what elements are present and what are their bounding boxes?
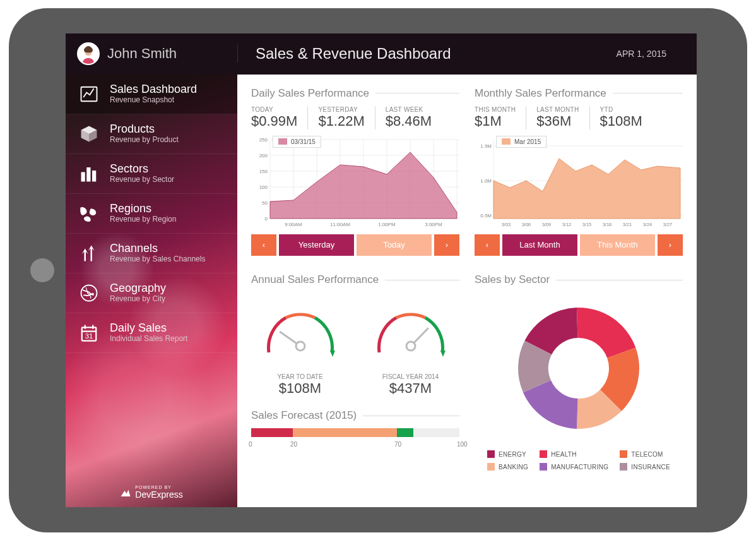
svg-text:0: 0 <box>265 216 268 222</box>
svg-text:3/21: 3/21 <box>623 222 632 227</box>
tablet-frame: John Smith Sales & Revenue Dashboard APR… <box>9 8 747 532</box>
monthly-lastmonth-button[interactable]: Last Month <box>502 234 577 256</box>
svg-text:3/03: 3/03 <box>502 222 511 227</box>
svg-text:1.5M: 1.5M <box>480 143 492 149</box>
sidebar-item-channels[interactable]: ChannelsRevenue by Sales Channels <box>66 234 237 273</box>
svg-text:150: 150 <box>259 169 268 174</box>
forecast-tick: 100 <box>457 441 468 448</box>
stat-today: TODAY$0.99M <box>251 106 307 129</box>
svg-rect-4 <box>92 171 96 182</box>
box-icon <box>78 123 100 145</box>
svg-text:1.0M: 1.0M <box>480 178 492 184</box>
monthly-chart-legend: Mar 2015 <box>496 136 546 148</box>
sidebar: Sales DashboardRevenue SnapshotProductsR… <box>66 75 237 507</box>
svg-rect-2 <box>81 172 85 181</box>
forecast-segment <box>397 428 413 437</box>
main-content: Daily Sales Performance TODAY$0.99MYESTE… <box>237 75 697 507</box>
svg-marker-53 <box>440 351 446 357</box>
svg-text:3/15: 3/15 <box>582 222 592 227</box>
daily-chart: 250200150 100500 9:00AM11:00AM 1:00PM3:0… <box>251 133 459 228</box>
svg-text:200: 200 <box>259 153 268 159</box>
arrows-up-icon <box>78 243 100 264</box>
chart-line-icon <box>78 83 100 105</box>
stat-last-month: LAST MONTH$36M <box>526 106 589 129</box>
forecast-tick: 70 <box>394 441 401 448</box>
svg-point-52 <box>296 342 305 351</box>
svg-text:0.5M: 0.5M <box>480 213 492 219</box>
sidebar-item-sales-dashboard[interactable]: Sales DashboardRevenue Snapshot <box>66 75 237 114</box>
annual-title: Annual Sales Performance <box>251 273 459 286</box>
forecast-segment <box>293 428 397 437</box>
sidebar-item-sub: Revenue by Sector <box>110 175 174 184</box>
buildings-icon <box>78 163 100 184</box>
legend-telecom: TELECOM <box>620 450 670 458</box>
sidebar-item-label: Regions <box>110 203 176 215</box>
stat-last-week: LAST WEEK$8.46M <box>375 106 442 129</box>
sidebar-item-sub: Revenue by Product <box>110 135 179 144</box>
daily-nav: ‹ Yesterday Today › <box>251 234 459 256</box>
legend-insurance: INSURANCE <box>620 463 670 471</box>
sector-donut <box>503 292 654 444</box>
svg-text:3/09: 3/09 <box>542 222 552 227</box>
daily-title: Daily Sales Performance <box>251 87 459 100</box>
daily-panel: Daily Sales Performance TODAY$0.99MYESTE… <box>251 87 459 261</box>
svg-text:50: 50 <box>262 200 268 206</box>
monthly-prev-button[interactable]: ‹ <box>475 234 500 256</box>
sidebar-item-label: Sales Dashboard <box>110 83 197 96</box>
sidebar-item-label: Products <box>110 123 179 136</box>
monthly-nav: ‹ Last Month This Month › <box>475 234 683 256</box>
tablet-home-button[interactable] <box>30 258 54 282</box>
sidebar-item-label: Geography <box>110 282 166 295</box>
forecast-tick: 0 <box>249 441 252 448</box>
daily-yesterday-button[interactable]: Yesterday <box>279 234 354 256</box>
daily-next-button[interactable]: › <box>434 234 459 256</box>
forecast-segment <box>251 428 293 437</box>
sector-panel: Sales by Sector ENERGYHEALTHTELECOMBANKI… <box>475 273 683 476</box>
sidebar-item-geography[interactable]: GeographyRevenue by City <box>66 273 237 313</box>
brand-name: DevExpress <box>135 489 182 500</box>
monthly-panel: Monthly Sales Performance THIS MONTH$1ML… <box>475 87 683 261</box>
sidebar-item-regions[interactable]: RegionsRevenue by Region <box>66 194 237 234</box>
forecast-bar <box>251 428 459 437</box>
daily-chart-legend: 03/31/15 <box>273 136 321 148</box>
stat-ytd: YTD$108M <box>589 106 653 129</box>
svg-text:3/24: 3/24 <box>643 222 653 227</box>
stat-this-month: THIS MONTH$1M <box>475 106 526 129</box>
svg-text:9:00AM: 9:00AM <box>285 222 302 227</box>
svg-marker-50 <box>330 351 335 357</box>
sidebar-item-products[interactable]: ProductsRevenue by Product <box>66 114 237 154</box>
legend-manufacturing: MANUFACTURING <box>540 463 608 471</box>
calendar-icon: 31 <box>78 322 100 344</box>
avatar <box>77 42 100 65</box>
monthly-next-button[interactable]: › <box>658 234 683 256</box>
gauge-year-to-date: YEAR TO DATE$108M <box>253 299 348 397</box>
sidebar-item-sectors[interactable]: SectorsRevenue by Sector <box>66 154 237 194</box>
sidebar-item-sub: Revenue by City <box>110 294 166 303</box>
globe-regions-icon <box>78 203 100 224</box>
svg-text:3:00PM: 3:00PM <box>425 222 442 227</box>
daily-today-button[interactable]: Today <box>357 234 432 256</box>
user-name: John Smith <box>107 45 177 62</box>
forecast-tick: 20 <box>290 441 297 448</box>
sidebar-item-daily-sales[interactable]: 31Daily SalesIndividual Sales Report <box>66 313 237 353</box>
svg-text:31: 31 <box>85 332 93 339</box>
sidebar-item-sub: Revenue by Sales Channels <box>110 255 205 263</box>
globe-icon <box>78 282 100 304</box>
sidebar-item-sub: Individual Sales Report <box>110 334 187 343</box>
svg-rect-3 <box>86 167 90 182</box>
header: John Smith Sales & Revenue Dashboard APR… <box>66 33 697 75</box>
user-block[interactable]: John Smith <box>66 42 237 65</box>
brand-badge: POWERED BYDevExpress <box>66 486 237 500</box>
page-title: Sales & Revenue Dashboard <box>256 45 451 63</box>
monthly-chart: 1.5M1.0M0.5M 3/033/063/09 3/123/153/18 3… <box>475 133 683 228</box>
app-screen: John Smith Sales & Revenue Dashboard APR… <box>66 33 697 507</box>
monthly-thismonth-button[interactable]: This Month <box>580 234 655 256</box>
svg-text:3/18: 3/18 <box>603 222 612 227</box>
legend-banking: BANKING <box>487 463 528 471</box>
svg-text:3/27: 3/27 <box>663 222 673 227</box>
daily-prev-button[interactable]: ‹ <box>251 234 276 256</box>
donut-slice-health <box>577 308 635 358</box>
sector-title: Sales by Sector <box>475 273 683 286</box>
sidebar-item-label: Channels <box>110 243 205 255</box>
sidebar-item-label: Sectors <box>110 163 174 176</box>
